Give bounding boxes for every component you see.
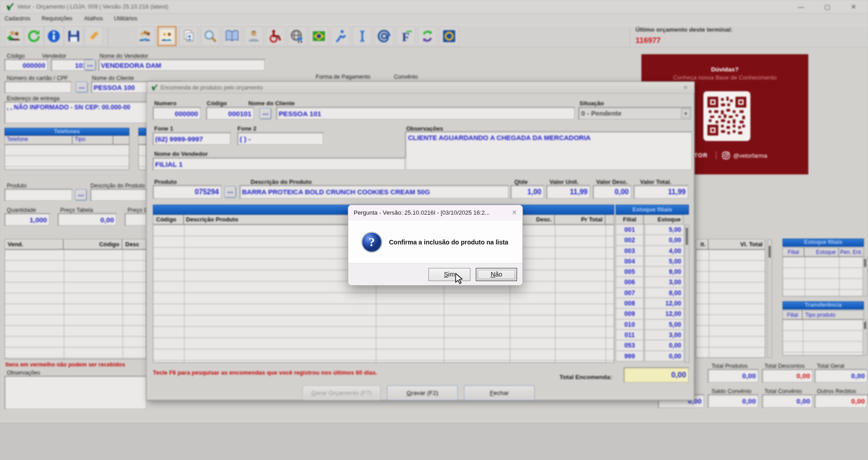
question-icon: ? xyxy=(361,231,383,253)
cartao-field[interactable] xyxy=(5,81,71,93)
refresh-icon[interactable] xyxy=(24,26,43,46)
instagram-handle[interactable]: @vetorfarma xyxy=(733,152,767,159)
nome-vendedor-field[interactable]: VENDEDORA DAM xyxy=(99,59,265,71)
ow-codigo-field[interactable]: 000101 xyxy=(206,107,254,120)
vtotal-field[interactable]: 11,99 xyxy=(634,185,688,199)
table-cell: 0,00 xyxy=(645,351,684,361)
customer-icon[interactable] xyxy=(244,26,263,46)
mini-estoque-scrollbar[interactable] xyxy=(863,257,868,296)
outros-recbtos-label: Outros Recbtos xyxy=(817,388,856,394)
clients-add-icon[interactable] xyxy=(5,26,24,46)
table-row[interactable]: 0034,00 xyxy=(616,246,684,256)
gold-ring-icon[interactable] xyxy=(440,26,459,46)
sync-arrows-icon[interactable] xyxy=(418,26,437,46)
table-row[interactable]: 0530,00 xyxy=(616,340,684,351)
bg-observacoes-label: Observações xyxy=(7,370,40,376)
ow-cliente-field[interactable]: PESSOA 101 xyxy=(276,107,575,120)
ow-cliente-lookup-button[interactable]: ... xyxy=(260,108,271,119)
ow-vendedor-field[interactable]: FILIAL 1 xyxy=(153,158,405,170)
table-row[interactable]: 0015,00 xyxy=(616,225,684,235)
table-row[interactable]: 0045,00 xyxy=(616,256,684,267)
center-grid-body[interactable] xyxy=(696,249,765,358)
vdesc-field[interactable]: 0,00 xyxy=(593,185,631,199)
menu-utilitarios[interactable]: Utilitários xyxy=(114,15,137,22)
edit-icon[interactable] xyxy=(84,26,103,46)
svg-text:?: ? xyxy=(369,235,375,249)
vendedor-lookup-button[interactable]: ... xyxy=(84,60,96,70)
bg-descricao-field[interactable] xyxy=(90,189,147,201)
gravar-button[interactable]: Gravar (F2) xyxy=(387,385,458,400)
catalog-book-icon[interactable] xyxy=(223,26,242,46)
menu-cadastros[interactable]: Cadastros xyxy=(5,15,30,22)
vunit-field[interactable]: 11,99 xyxy=(546,185,590,199)
fone2-field[interactable]: ( ) - xyxy=(237,132,323,145)
preco-oferta-field[interactable] xyxy=(125,213,147,226)
fechar-button[interactable]: Fechar xyxy=(464,385,535,400)
table-row[interactable]: 00812,00 xyxy=(616,298,684,309)
bg-produto-label: Produto xyxy=(7,183,27,189)
numero-field[interactable]: 000000 xyxy=(153,107,201,120)
bg-descricao-label: Descrição do Produto xyxy=(90,183,145,189)
maximize-icon[interactable]: ▢ xyxy=(823,2,832,11)
situacao-select[interactable]: 0 - Pendente ▼ xyxy=(579,107,692,120)
table-row[interactable]: 0059,00 xyxy=(616,267,684,277)
qtde-field[interactable]: 1,00 xyxy=(511,185,544,199)
fone1-field[interactable]: (62) 9999-9997 xyxy=(153,132,231,145)
ow-descricao-field[interactable]: BARRA PROTEICA BOLD CRUNCH COOKIES CREAM… xyxy=(240,185,509,199)
cliente-lookup-button[interactable]: ... xyxy=(76,82,88,93)
order-close-icon[interactable]: ✕ xyxy=(683,84,688,91)
dna-icon[interactable] xyxy=(353,26,372,46)
bg-produto-lookup-button[interactable]: ... xyxy=(75,189,87,201)
menu-atalhos[interactable]: Atalhos xyxy=(84,15,103,22)
customers-group-icon[interactable] xyxy=(136,26,155,46)
copy-document-icon[interactable] xyxy=(179,26,198,46)
left-grid-body[interactable] xyxy=(5,249,147,359)
ow-estoque-col-estoque: Estoque xyxy=(644,215,683,225)
center-grid-scrollbar[interactable] xyxy=(767,239,772,358)
ow-obs-label: Observações xyxy=(406,125,443,132)
mini-estoque-body[interactable] xyxy=(783,257,864,296)
bg-produto-field[interactable] xyxy=(5,189,72,201)
ow-estoque-table: 0015,000020,000034,000045,000059,000063,… xyxy=(616,225,684,361)
table-row[interactable]: 0105,00 xyxy=(616,319,684,330)
telefones-body[interactable] xyxy=(5,145,129,170)
web-cart-icon[interactable] xyxy=(288,26,307,46)
qr-code xyxy=(703,91,750,141)
ow-produto-lookup-button[interactable]: ... xyxy=(224,186,236,198)
app-titlebar: Vetor - Orçamento | LOJA: 009 | Versão 2… xyxy=(0,0,868,14)
transfer-body[interactable] xyxy=(783,319,864,356)
codigo-field[interactable]: 000000 xyxy=(5,59,48,71)
ow-produto-field[interactable]: 075294 xyxy=(153,185,222,199)
customers-frame-icon[interactable] xyxy=(157,26,176,46)
table-row[interactable]: 00912,00 xyxy=(616,309,684,319)
info-icon[interactable] xyxy=(44,26,63,46)
minimize-icon[interactable]: — xyxy=(797,2,806,11)
close-icon[interactable]: ✕ xyxy=(849,2,858,11)
ow-estoque-scrollbar[interactable] xyxy=(684,225,689,363)
ow-obs-field[interactable]: CLIENTE AGUARDANDO A CHEGADA DA MERCADOR… xyxy=(405,131,692,170)
table-row[interactable]: 9990,00 xyxy=(616,351,684,361)
table-row[interactable]: 0078,00 xyxy=(616,288,684,298)
spiral-icon[interactable] xyxy=(375,26,394,46)
quantidade-field[interactable]: 1,000 xyxy=(5,213,50,226)
fone2-label: Fone 2 xyxy=(237,125,256,132)
menu-requisicoes[interactable]: Requisições xyxy=(42,15,72,22)
runner-icon[interactable] xyxy=(331,26,350,46)
preco-tabela-field[interactable]: 0,00 xyxy=(58,213,117,226)
brazil-flag-icon[interactable] xyxy=(309,26,328,46)
table-cell: 009 xyxy=(616,309,644,319)
fidelity-f-icon[interactable]: F xyxy=(396,26,415,46)
vetor-logo-icon xyxy=(151,84,158,91)
transfer-scrollbar[interactable] xyxy=(863,319,868,356)
modal-close-icon[interactable]: ✕ xyxy=(512,209,517,216)
table-row[interactable]: 0020,00 xyxy=(616,235,684,245)
table-row[interactable]: 0063,00 xyxy=(616,277,684,287)
situacao-dropdown-icon[interactable]: ▼ xyxy=(681,108,690,118)
save-icon[interactable] xyxy=(64,26,83,46)
bg-observacoes-field[interactable] xyxy=(5,376,147,409)
modal-titlebar: Pergunta - Versão: 25.10.0216I - [03/10/… xyxy=(348,205,522,221)
nao-button[interactable]: Não xyxy=(476,268,517,281)
table-row[interactable]: 0113,00 xyxy=(616,330,684,340)
search-icon[interactable] xyxy=(201,26,220,46)
delivery-wheelchair-icon[interactable] xyxy=(266,26,285,46)
